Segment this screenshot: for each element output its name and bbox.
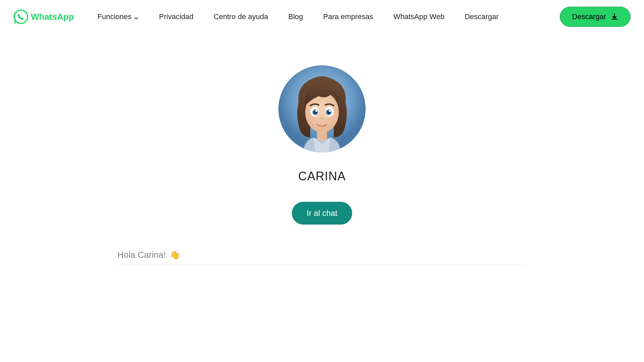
download-button-label: Descargar (572, 12, 606, 21)
nav-funciones-label: Funciones (98, 12, 132, 21)
nav-blog-label: Blog (288, 12, 303, 21)
main-content: CARINA Ir al chat Hola Carina! 👋 (0, 34, 644, 265)
header: WhatsApp Funciones Privacidad Centro de … (0, 0, 644, 34)
go-to-chat-button[interactable]: Ir al chat (292, 202, 352, 225)
nav-privacidad[interactable]: Privacidad (159, 12, 194, 21)
wave-emoji: 👋 (169, 250, 180, 260)
svg-point-13 (329, 117, 336, 121)
nav-privacidad-label: Privacidad (159, 12, 194, 21)
svg-point-12 (308, 117, 315, 121)
svg-point-11 (329, 110, 331, 112)
nav-funciones[interactable]: Funciones (98, 12, 139, 21)
logo-text: WhatsApp (31, 12, 74, 22)
download-button[interactable]: Descargar (560, 7, 631, 27)
nav-para-empresas-label: Para empresas (323, 12, 373, 21)
greeting-message: Hola Carina! (117, 250, 166, 260)
chevron-down-icon (133, 14, 139, 19)
download-icon (611, 13, 618, 20)
svg-point-10 (315, 110, 317, 112)
whatsapp-icon (13, 9, 28, 24)
nav-centro-ayuda-label: Centro de ayuda (214, 12, 268, 21)
nav-whatsapp-web[interactable]: WhatsApp Web (393, 12, 444, 21)
main-nav: Funciones Privacidad Centro de ayuda Blo… (98, 12, 550, 21)
greeting-text: Hola Carina! 👋 (117, 250, 527, 265)
whatsapp-logo[interactable]: WhatsApp (13, 9, 74, 24)
greeting-container: Hola Carina! 👋 (117, 250, 527, 265)
nav-descargar-link[interactable]: Descargar (465, 12, 498, 21)
profile-avatar (278, 65, 366, 153)
nav-descargar-label: Descargar (465, 12, 498, 21)
nav-para-empresas[interactable]: Para empresas (323, 12, 373, 21)
nav-whatsapp-web-label: WhatsApp Web (393, 12, 444, 21)
nav-blog[interactable]: Blog (288, 12, 303, 21)
profile-name: CARINA (298, 169, 346, 183)
chat-button-label: Ir al chat (307, 208, 337, 218)
nav-centro-ayuda[interactable]: Centro de ayuda (214, 12, 268, 21)
